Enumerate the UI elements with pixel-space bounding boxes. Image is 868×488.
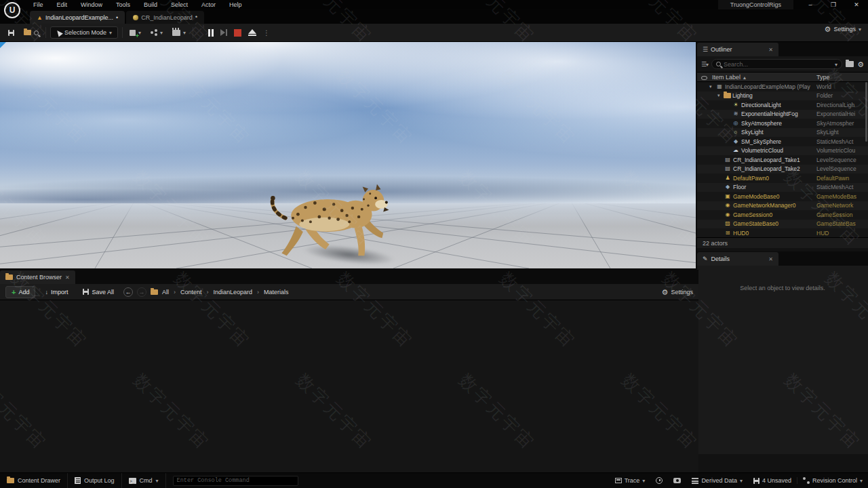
fog-icon: ≋ bbox=[732, 110, 740, 117]
tab-cr-indian-leopard[interactable]: CR_IndianLeopard * bbox=[126, 11, 204, 24]
play-options-menu[interactable]: ⋮ bbox=[263, 29, 270, 37]
mesh-icon: ◆ bbox=[724, 184, 732, 190]
breadcrumb-item-content[interactable]: Content bbox=[180, 289, 202, 296]
filter-dropdown[interactable]: ☰ bbox=[701, 61, 708, 68]
outliner-column-header[interactable]: Item Label ▲ Type bbox=[697, 72, 868, 82]
eject-button[interactable] bbox=[248, 29, 256, 36]
menu-item-window[interactable]: Window bbox=[75, 0, 108, 9]
actor-type: SkyLight bbox=[816, 129, 865, 136]
menu-item-edit[interactable]: Edit bbox=[51, 0, 74, 9]
expander-open-icon[interactable]: ▾ bbox=[717, 93, 724, 98]
revision-control-dropdown[interactable]: Revision Control bbox=[797, 477, 868, 484]
breadcrumb-item-materials[interactable]: Materials bbox=[264, 289, 289, 296]
outliner-row[interactable]: ▾▦IndianLeopardExampleMap (PlayWorld bbox=[697, 82, 868, 92]
add-button[interactable]: +Add bbox=[5, 286, 35, 298]
warning-icon: ▲ bbox=[37, 14, 43, 21]
stop-button[interactable] bbox=[234, 29, 241, 37]
clapper-icon: ▤ bbox=[724, 165, 732, 172]
save-all-button[interactable]: Save All bbox=[77, 287, 119, 298]
close-button[interactable]: ✕ bbox=[845, 0, 868, 9]
menu-item-select[interactable]: Select bbox=[165, 0, 194, 9]
unsaved-asterisk: * bbox=[195, 14, 198, 21]
import-button[interactable]: ↓Import bbox=[39, 287, 73, 298]
menu-item-file[interactable]: File bbox=[27, 0, 50, 9]
content-drawer-icon bbox=[7, 478, 14, 483]
derived-data-dropdown[interactable]: Derived Data bbox=[686, 477, 748, 484]
outliner-row[interactable]: ◎SkyAtmosphereSkyAtmospher bbox=[697, 119, 868, 128]
trace-dropdown[interactable]: Trace bbox=[610, 477, 651, 484]
breadcrumb-separator: › bbox=[207, 289, 209, 296]
outliner-tab[interactable]: ☰ Outliner ✕ bbox=[697, 43, 778, 56]
outliner-row[interactable]: ▣GameModeBase0GameModeBas bbox=[697, 192, 868, 201]
outliner-row[interactable]: ♟DefaultPawn0DefaultPawn bbox=[697, 174, 868, 183]
item-label-column[interactable]: Item Label ▲ bbox=[711, 74, 816, 81]
minimize-button[interactable]: – bbox=[799, 0, 822, 9]
frame-skip-button[interactable] bbox=[220, 29, 227, 36]
outliner-scrollbar[interactable] bbox=[865, 82, 867, 142]
close-icon[interactable]: ✕ bbox=[768, 256, 773, 262]
insights-button[interactable] bbox=[650, 477, 668, 484]
actor-count: 22 actors bbox=[697, 237, 868, 248]
outliner-settings-icon[interactable]: ⚙ bbox=[857, 61, 864, 68]
browse-content-button[interactable] bbox=[21, 28, 41, 37]
unsaved-button[interactable]: 4 Unsaved bbox=[748, 477, 797, 484]
level-viewport[interactable] bbox=[0, 42, 696, 268]
outliner-row[interactable]: ▤CR_IndianLeopard_Take2LevelSequence bbox=[697, 165, 868, 174]
content-browser-title: Content Browser bbox=[16, 274, 62, 281]
menu-item-help[interactable]: Help bbox=[223, 0, 248, 9]
outliner-row[interactable]: ⊞HUD0HUD bbox=[697, 228, 868, 237]
outliner-row[interactable]: ☼SkyLightSkyLight bbox=[697, 128, 868, 138]
save-button[interactable] bbox=[5, 28, 17, 38]
outliner-row[interactable]: ▾LightingFolder bbox=[697, 92, 868, 101]
outliner-row[interactable]: ≋ExponentialHeightFogExponentialHei bbox=[697, 110, 868, 119]
expander-open-icon[interactable]: ▾ bbox=[709, 84, 715, 89]
close-icon[interactable]: ✕ bbox=[768, 47, 773, 53]
outliner-search[interactable] bbox=[711, 59, 842, 69]
outliner-row[interactable]: ☁VolumetricCloudVolumetricClou bbox=[697, 146, 868, 156]
outliner-row[interactable]: ◆FloorStaticMeshAct bbox=[697, 183, 868, 192]
details-tab[interactable]: ✎ Details ✕ bbox=[697, 252, 778, 266]
content-browser-settings[interactable]: ⚙ Settings bbox=[662, 289, 693, 296]
pause-button[interactable] bbox=[208, 29, 214, 37]
actor-type: StaticMeshAct bbox=[816, 184, 865, 190]
actor-type: DirectionalLigh bbox=[816, 102, 865, 108]
screenshot-button[interactable] bbox=[668, 478, 686, 483]
cmd-dropdown[interactable]: >_ Cmd bbox=[122, 473, 166, 488]
content-browser-tab[interactable]: Content Browser ✕ bbox=[0, 270, 75, 284]
outliner-row[interactable]: ◉GameNetworkManager0GameNetwork bbox=[697, 201, 868, 211]
viewport-settings-dropdown[interactable]: ⚙ Settings bbox=[825, 26, 861, 33]
folder-search-icon bbox=[24, 30, 31, 35]
type-column[interactable]: Type bbox=[816, 74, 868, 81]
outliner-row[interactable]: ▨GameStateBase0GameStateBas bbox=[697, 220, 868, 229]
menu-item-actor[interactable]: Actor bbox=[195, 0, 222, 9]
create-folder-icon[interactable] bbox=[846, 61, 854, 67]
content-browser-toolbar: +Add ↓Import Save All ← → All›Content›In… bbox=[0, 284, 698, 300]
unreal-logo-icon[interactable]: U bbox=[4, 2, 20, 18]
console-command-input[interactable] bbox=[173, 476, 298, 486]
content-drawer-button[interactable]: Content Drawer bbox=[0, 473, 68, 488]
tab-indian-leopard-example-map[interactable]: ▲ IndianLeopardExample... • bbox=[30, 11, 125, 24]
forward-button[interactable]: → bbox=[137, 287, 146, 297]
mesh-icon: ◆ bbox=[732, 138, 740, 145]
restore-button[interactable]: ❐ bbox=[822, 0, 845, 9]
selection-mode-dropdown[interactable]: Selection Mode bbox=[50, 26, 118, 39]
output-log-button[interactable]: Output Log bbox=[68, 473, 122, 488]
outliner-row[interactable]: ☀DirectionalLightDirectionalLigh bbox=[697, 100, 868, 110]
breadcrumb-item-indianleopard[interactable]: IndianLeopard bbox=[214, 289, 253, 296]
cinematics-button[interactable] bbox=[170, 28, 189, 38]
outliner-row[interactable]: ◆SM_SkySphereStaticMeshAct bbox=[697, 137, 868, 146]
viewport-focus-corner bbox=[0, 42, 6, 48]
back-button[interactable]: ← bbox=[123, 287, 133, 297]
add-actor-button[interactable]: + bbox=[127, 28, 144, 38]
outliner-row[interactable]: ▤CR_IndianLeopard_Take1LevelSequence bbox=[697, 155, 868, 165]
blueprints-button[interactable] bbox=[148, 27, 165, 38]
menu-item-tools[interactable]: Tools bbox=[110, 0, 136, 9]
menu-item-build[interactable]: Build bbox=[138, 0, 163, 9]
outliner-search-input[interactable] bbox=[724, 61, 832, 68]
breadcrumb-item-all[interactable]: All bbox=[162, 289, 169, 296]
actor-type: GameSession bbox=[816, 211, 865, 218]
outliner-row[interactable]: ◉GameSession0GameSession bbox=[697, 210, 868, 220]
sun-icon: ☀ bbox=[732, 102, 740, 108]
close-icon[interactable]: ✕ bbox=[65, 274, 70, 281]
floppy-icon bbox=[8, 30, 14, 36]
